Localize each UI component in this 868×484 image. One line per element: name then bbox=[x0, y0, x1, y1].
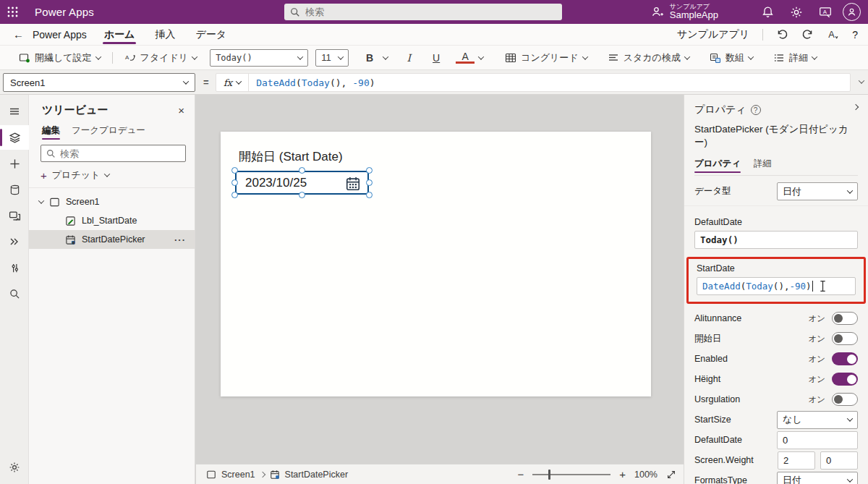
selected-control[interactable]: 2023/10/25 bbox=[232, 168, 372, 198]
text-format-icon[interactable]: A bbox=[827, 28, 839, 41]
zoom-slider-handle[interactable] bbox=[548, 470, 550, 480]
app-screen[interactable]: 開始日 (Start Date) 2023/10/25 bbox=[221, 132, 651, 396]
formula-bar-expand-icon[interactable] bbox=[859, 77, 864, 83]
tab-properties[interactable]: プロパティ bbox=[694, 155, 741, 175]
tree-insert-button[interactable]: + プロチット bbox=[29, 162, 195, 188]
font-combobox[interactable]: Today() bbox=[210, 49, 308, 67]
calendar-icon[interactable] bbox=[345, 176, 361, 192]
start-date-label[interactable]: 開始日 (Start Date) bbox=[239, 148, 343, 165]
person-icon bbox=[847, 7, 856, 17]
resize-handle-e[interactable] bbox=[366, 179, 373, 186]
grid-button[interactable]: コングリード bbox=[501, 48, 592, 67]
global-search[interactable] bbox=[284, 4, 562, 20]
underline-button[interactable]: U bbox=[427, 52, 446, 64]
rail-settings-button[interactable] bbox=[0, 455, 29, 480]
prop-row-formatstype: FormatsType 日付 bbox=[684, 470, 868, 484]
zoom-slider[interactable] bbox=[532, 474, 610, 475]
detail-button[interactable]: 詳細 bbox=[769, 48, 821, 67]
formula-bar: Screen1 = fx DateAdd(Today(), -90) bbox=[0, 70, 868, 95]
prop-label: StartSize bbox=[694, 415, 731, 425]
notifications-button[interactable] bbox=[753, 0, 782, 24]
resize-handle-ne[interactable] bbox=[366, 167, 373, 174]
tree-search-input[interactable] bbox=[60, 148, 180, 159]
font-color-button[interactable]: A bbox=[451, 48, 488, 67]
rail-search-button[interactable] bbox=[0, 281, 29, 306]
tree-search[interactable] bbox=[41, 145, 186, 162]
toggle-enabled[interactable] bbox=[832, 352, 858, 365]
undo-icon[interactable] bbox=[776, 28, 788, 41]
startdate-input[interactable]: DateAdd(Today(), -90) bbox=[697, 277, 856, 295]
more-icon[interactable]: ··· bbox=[174, 234, 186, 245]
app-name: Power Apps bbox=[35, 6, 94, 18]
tree-tab-edit[interactable]: 編集 bbox=[42, 122, 60, 142]
tab-data[interactable]: データ bbox=[195, 24, 226, 46]
datatype-dropdown[interactable]: 日付 bbox=[777, 182, 858, 200]
help-circle-icon[interactable]: ? bbox=[751, 105, 761, 115]
tree-item-label-startdate[interactable]: Lbl_StartDate bbox=[29, 211, 195, 230]
tab-insert[interactable]: 挿入 bbox=[155, 24, 175, 46]
font-size-combobox[interactable]: 11 bbox=[315, 49, 349, 67]
back-arrow-icon[interactable]: ← bbox=[13, 28, 24, 41]
stack-button[interactable]: スタカの検成 bbox=[603, 48, 694, 67]
highlight-red-box: StartDate DateAdd(Today(), -90) bbox=[686, 257, 866, 304]
environment-switcher[interactable]: サンプルアプ SampleApp bbox=[652, 4, 718, 20]
startsize-dropdown[interactable]: なし bbox=[777, 411, 858, 429]
screenweight-input-2[interactable]: 0 bbox=[820, 451, 858, 470]
media-button[interactable] bbox=[0, 203, 29, 228]
settings-button[interactable] bbox=[782, 0, 811, 24]
canvas-area[interactable]: 開始日 (Start Date) 2023/10/25 bbox=[196, 95, 684, 464]
power-automate-button[interactable] bbox=[0, 229, 29, 254]
waffle-icon[interactable] bbox=[0, 0, 25, 24]
insert-button[interactable] bbox=[0, 151, 29, 176]
resize-handle-n[interactable] bbox=[299, 167, 305, 174]
back-label[interactable]: Power Apps bbox=[33, 29, 87, 41]
tab-home[interactable]: ホーム bbox=[104, 24, 135, 46]
formatstype-dropdown[interactable]: 日付 bbox=[777, 472, 858, 484]
toggle-alitunnance[interactable] bbox=[832, 312, 858, 325]
bold-button[interactable]: B bbox=[356, 48, 392, 67]
tree-item-label: Screen1 bbox=[66, 197, 100, 207]
fit-to-window-icon[interactable] bbox=[666, 470, 676, 480]
tree-item-screen1[interactable]: Screen1 bbox=[29, 192, 195, 211]
plus-icon bbox=[9, 158, 20, 169]
toggle-usrgulation[interactable] bbox=[832, 393, 858, 406]
help-icon[interactable]: ? bbox=[852, 29, 858, 41]
close-icon[interactable]: × bbox=[178, 104, 184, 116]
variables-button[interactable] bbox=[0, 255, 29, 280]
zoom-out-icon[interactable]: − bbox=[517, 468, 524, 480]
tree-item-startdatepicker[interactable]: S StartDatePicker ··· bbox=[29, 230, 195, 249]
group-button[interactable]: 数組 bbox=[705, 48, 757, 67]
defaultdate-num-input[interactable]: 0 bbox=[777, 431, 858, 449]
tree-tab-components[interactable]: フークプロデュー bbox=[72, 122, 145, 142]
resize-handle-sw[interactable] bbox=[231, 192, 238, 198]
formula-text[interactable]: DateAdd(Today(), -90) bbox=[249, 77, 382, 88]
resize-handle-w[interactable] bbox=[231, 179, 238, 186]
tree-view-button[interactable] bbox=[0, 125, 29, 150]
top-right-cluster: サンプルアプ SampleApp bbox=[652, 0, 868, 24]
redo-icon[interactable] bbox=[801, 28, 814, 41]
defaultdate-input[interactable]: Today() bbox=[694, 231, 858, 249]
style-button[interactable]: A フタイドリ bbox=[120, 48, 202, 67]
account-avatar[interactable] bbox=[843, 3, 861, 21]
formula-input[interactable]: fx DateAdd(Today(), -90) bbox=[216, 73, 851, 92]
data-button[interactable] bbox=[0, 177, 29, 202]
breadcrumb-screen[interactable]: Screen1 bbox=[221, 470, 255, 480]
toggle-height[interactable] bbox=[832, 373, 858, 386]
screen-settings-icon bbox=[19, 52, 30, 64]
property-selector[interactable]: Screen1 bbox=[3, 73, 195, 92]
italic-button[interactable]: I bbox=[399, 52, 418, 64]
screenweight-input-1[interactable]: 2 bbox=[778, 451, 815, 470]
menu-button[interactable] bbox=[0, 99, 29, 124]
breadcrumb-control[interactable]: StartDatePicker bbox=[285, 470, 349, 480]
search-input[interactable] bbox=[305, 7, 556, 17]
divider bbox=[112, 52, 113, 64]
toggle-startday[interactable] bbox=[832, 332, 858, 345]
resize-handle-s[interactable] bbox=[299, 192, 305, 198]
resize-handle-nw[interactable] bbox=[231, 167, 238, 174]
tab-advanced[interactable]: 詳細 bbox=[754, 155, 772, 175]
fx-dropdown[interactable]: fx bbox=[216, 74, 249, 91]
zoom-in-icon[interactable]: + bbox=[619, 468, 626, 480]
setup-button[interactable]: 開繊して設定 bbox=[14, 48, 105, 67]
resize-handle-se[interactable] bbox=[366, 192, 373, 198]
app-checker-button[interactable]: A bbox=[811, 0, 840, 24]
